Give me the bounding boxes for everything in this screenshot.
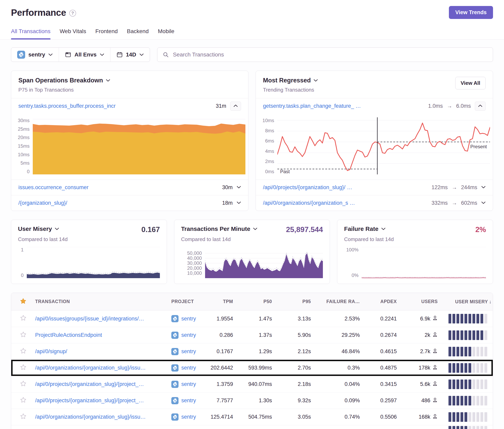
python-project-icon [171, 348, 179, 355]
chevron-down-icon [481, 201, 486, 205]
help-icon[interactable]: ? [69, 10, 76, 17]
table-row: /api/0/signup/ sentry 0.1767 1.29s 2.12s… [11, 343, 493, 359]
users-cell: 168k [398, 414, 439, 420]
transactions-per-minute-card: Transactions Per Minute 25,897.544 Compa… [174, 220, 330, 284]
tab-mobile[interactable]: Mobile [158, 28, 174, 39]
user-misery-bars [439, 396, 493, 405]
regression-line-chart [277, 117, 490, 174]
star-outline-icon [20, 397, 27, 405]
project-filter[interactable]: sentry [11, 48, 59, 62]
tpm-title-dropdown[interactable]: Transactions Per Minute [181, 226, 258, 232]
column-header-user-misery[interactable]: User Misery↓ [439, 299, 493, 305]
arrow-right-icon: → [452, 184, 457, 191]
expand-button[interactable] [481, 186, 486, 189]
p50-value: 940.07ms [234, 381, 273, 387]
apdex-value: 0.4875 [361, 365, 398, 371]
column-header-p95[interactable]: P95 [273, 299, 312, 304]
view-all-button[interactable]: View All [455, 77, 486, 89]
transaction-link[interactable]: /api/0/projects/{organization_slug}/{pro… [35, 397, 163, 404]
column-header-transaction[interactable]: Transaction [35, 299, 163, 304]
tab-frontend[interactable]: Frontend [95, 28, 118, 39]
key-transactions-column-header[interactable] [11, 298, 35, 306]
users-count: 486 [421, 397, 430, 404]
duration-from: 1.0ms [428, 103, 443, 109]
tab-all-transactions[interactable]: All Transactions [11, 28, 51, 39]
environment-filter[interactable]: All Envs [59, 48, 110, 62]
favorite-star-button[interactable] [11, 364, 35, 372]
chevron-down-icon [314, 79, 318, 82]
p50-value: 1.37s [234, 332, 273, 338]
duration-to: 6.0ms [456, 103, 471, 109]
top-bar: Performance ? View Trends All Transactio… [0, 0, 504, 40]
project-link[interactable]: sentry [181, 348, 196, 355]
transaction-link[interactable]: /api/0/signup/ [35, 348, 163, 355]
past-label: Past [280, 169, 290, 174]
p95-value: 2.12s [273, 348, 312, 355]
favorite-star-button[interactable] [11, 380, 35, 388]
users-count: 2k [424, 332, 430, 338]
column-header-tpm[interactable]: TPM [201, 299, 234, 304]
column-header-apdex[interactable]: Apdex [361, 299, 398, 304]
column-header-failure-rate[interactable]: Failure Ra… [312, 299, 361, 304]
favorite-star-button[interactable] [11, 331, 35, 339]
transactions-table: Transaction Project TPM P50 P95 Failure … [11, 293, 493, 429]
project-link[interactable]: sentry [181, 316, 196, 322]
failure-rate-title-dropdown[interactable]: Failure Rate [344, 226, 386, 232]
collapse-button[interactable] [230, 102, 241, 111]
person-icon [432, 365, 438, 371]
y-axis-labels: 30ms25ms 20ms15ms 10ms5ms 0 [16, 117, 33, 174]
transaction-link[interactable]: ProjectRuleActionsEndpoint [35, 332, 163, 338]
user-misery-title-dropdown[interactable]: User Misery [18, 226, 59, 232]
project-link[interactable]: sentry [181, 365, 196, 371]
column-header-users[interactable]: Users [398, 299, 439, 304]
span-op-link[interactable]: /{organization_slug}/ [18, 200, 67, 206]
column-header-project[interactable]: Project [163, 299, 201, 304]
span-ops-expanded-row: sentry.tasks.process_buffer.process_incr… [11, 98, 248, 114]
users-cell: 6.9k [398, 315, 439, 322]
tab-web-vitals[interactable]: Web Vitals [60, 28, 86, 39]
project-link[interactable]: sentry [181, 332, 196, 338]
project-link[interactable]: sentry [181, 397, 196, 404]
span-ops-chart: 30ms25ms 20ms15ms 10ms5ms 0 [11, 114, 248, 180]
favorite-star-button[interactable] [11, 413, 35, 421]
favorite-star-button[interactable] [11, 315, 35, 323]
transaction-link[interactable]: /api/0/issues|groups/{issue_id}/integrat… [35, 316, 163, 322]
person-icon [432, 414, 438, 420]
view-trends-button[interactable]: View Trends [449, 6, 493, 19]
expand-button[interactable] [481, 201, 486, 205]
span-ops-title-dropdown[interactable]: Span Operations Breakdown [18, 77, 110, 84]
favorite-star-button[interactable] [11, 397, 35, 405]
user-misery-value: 0.167 [141, 226, 160, 234]
sort-descending-icon: ↓ [489, 299, 492, 304]
transaction-link[interactable]: /api/0/organizations/{organization_s … [263, 200, 355, 206]
transaction-link[interactable]: /api/0/projects/{organization_slug}/ … [263, 184, 352, 191]
duration-from: 122ms [432, 184, 448, 191]
column-header-p50[interactable]: P50 [234, 299, 273, 304]
panel-title: Span Operations Breakdown [18, 77, 103, 84]
tpm-value: 1.3759 [201, 381, 234, 387]
transaction-link[interactable]: /api/0/organizations/{organization_slug}… [35, 365, 163, 371]
favorite-star-button[interactable] [11, 348, 35, 356]
star-icon [20, 298, 27, 306]
expand-button[interactable] [237, 201, 241, 205]
user-misery-area-chart [27, 247, 160, 278]
expand-button[interactable] [237, 186, 241, 189]
users-cell: 486 [398, 397, 439, 404]
tpm-value: 0.286 [201, 332, 234, 338]
most-regressed-title-dropdown[interactable]: Most Regressed [263, 77, 318, 84]
project-link[interactable]: sentry [181, 414, 196, 420]
user-misery-bars [439, 347, 493, 356]
span-op-link[interactable]: issues.occurrence_consumer [18, 184, 89, 191]
search-input[interactable] [172, 51, 488, 58]
transaction-link[interactable]: /api/0/projects/{organization_slug}/{pro… [35, 381, 163, 387]
panel-subtitle: Trending Transactions [263, 87, 318, 93]
project-link[interactable]: sentry [181, 381, 196, 387]
tab-backend[interactable]: Backend [127, 28, 149, 39]
span-op-link[interactable]: sentry.tasks.process_buffer.process_incr [18, 103, 116, 109]
p50-value: 593.99ms [234, 365, 273, 371]
transaction-link[interactable]: /api/0/organizations/{organization_slug}… [35, 414, 163, 420]
date-range-filter[interactable]: 14D [110, 48, 150, 62]
transaction-link[interactable]: getsentry.tasks.plan_change_feature_ … [263, 103, 361, 109]
panel-title: Most Regressed [263, 77, 311, 84]
collapse-button[interactable] [475, 102, 486, 111]
